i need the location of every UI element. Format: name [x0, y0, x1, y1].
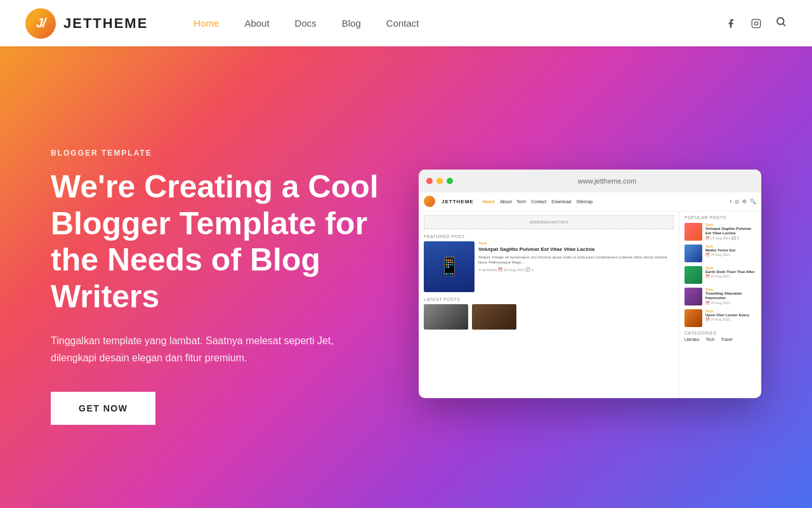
mini-popular-date-5: ⏰ 24 Aug 2021: [705, 318, 756, 321]
mini-categories: Literatur Tech Travel: [684, 337, 756, 342]
hero-tag: BLOGGER TEMPLATE: [51, 149, 393, 157]
browser-mockup: www.jettheme.com JETTHEME Home About Tec…: [419, 170, 761, 398]
logo-icon: J/: [25, 8, 56, 39]
nav-home[interactable]: Home: [193, 18, 219, 29]
mini-nav: JETTHEME Home About Tech Contact Downloa…: [419, 192, 761, 211]
mini-cat-tech: Tech: [706, 337, 715, 342]
mini-latest-card-2: [472, 304, 516, 330]
mini-popular-item-2: Tech Mattis Tortor Est ⏰ 24 Aug 2021: [684, 244, 756, 262]
mini-popular-date-1: ⏰ 25 Aug 2021 💬 3: [705, 236, 756, 240]
mini-nav-sitemap: Sitemap: [576, 199, 593, 204]
logo-initials: J/: [36, 16, 46, 30]
mini-latest-label: LATEST POSTS: [424, 297, 674, 302]
mini-popular-thumb-4: [684, 288, 702, 305]
mini-popular-label: POPULAR POSTS: [684, 215, 756, 220]
browser-bar: www.jettheme.com: [419, 170, 761, 192]
svg-line-4: [783, 23, 785, 25]
mini-logo-text: JETTHEME: [442, 199, 474, 204]
mini-featured-title: Volutpat Sagittis Pulvinar Est Vitae Vit…: [478, 246, 674, 253]
mini-body: Advertisement here FEATURED POST 📱 Tech: [419, 211, 761, 398]
mini-popular-info-4: Tech Travelling Alteration Impression ⏰ …: [705, 288, 756, 305]
mini-nav-tech: Tech: [516, 199, 526, 204]
mini-featured-category: Tech: [478, 241, 674, 245]
logo-text: JETTHEME: [63, 15, 148, 32]
main-nav: Home About Docs Blog Contact: [193, 18, 419, 29]
svg-point-1: [754, 22, 757, 25]
mini-categories-label: CATEGORIES: [684, 331, 756, 335]
mini-popular-info-1: Tech Volutpat Sagittis Pulvinar Est Vita…: [705, 223, 756, 241]
mini-popular-info-2: Tech Mattis Tortor Est ⏰ 24 Aug 2021: [705, 244, 756, 257]
nav-blog[interactable]: Blog: [342, 18, 361, 29]
mini-popular-item-4: Tech Travelling Alteration Impression ⏰ …: [684, 288, 756, 305]
browser-content: JETTHEME Home About Tech Contact Downloa…: [419, 192, 761, 398]
svg-point-3: [777, 18, 784, 25]
cta-button[interactable]: GET NOW: [51, 392, 155, 425]
mini-phone-icon: 📱: [438, 256, 461, 277]
mini-fb-icon: f: [730, 199, 731, 204]
hero-content: BLOGGER TEMPLATE We're Creating a Cool B…: [51, 130, 393, 425]
mini-cat-travel: Travel: [721, 337, 733, 342]
mini-popular-thumb-3: [684, 266, 702, 284]
mini-latest-posts: [424, 304, 674, 330]
mini-popular-item-3: Tech Earth Sixth Their That After ⏰ 24 A…: [684, 266, 756, 284]
mini-featured-body: Aliquet. Integer sit hymenaeos orci rhon…: [478, 255, 674, 265]
mini-featured-text: Tech Volutpat Sagittis Pulvinar Est Vita…: [478, 241, 674, 292]
mini-popular-date-4: ⏰ 24 Aug 2021: [705, 301, 756, 305]
search-icon[interactable]: [775, 16, 787, 30]
browser-dot-red: [426, 178, 433, 184]
mini-latest-card-1: [424, 304, 468, 330]
mini-nav-contact: Contact: [531, 199, 546, 204]
navbar-social: [724, 16, 787, 30]
navbar-brand: J/ JETTHEME Home About Docs Blog Contact: [25, 8, 419, 39]
nav-docs[interactable]: Docs: [295, 18, 317, 29]
mini-popular-thumb-2: [684, 244, 702, 262]
navbar: J/ JETTHEME Home About Docs Blog Contact: [0, 0, 812, 46]
mini-main: Advertisement here FEATURED POST 📱 Tech: [419, 211, 679, 398]
mini-popular-thumb-5: [684, 309, 702, 327]
hero-description: Tinggalkan template yang lambat. Saatnya…: [51, 333, 355, 366]
hero-title: We're Creating a Cool Blogger Template f…: [51, 169, 393, 315]
mini-featured-comments: 💬 2: [526, 268, 534, 272]
mini-popular-date-2: ⏰ 24 Aug 2021: [705, 253, 756, 257]
mini-popular-title-1: Volutpat Sagittis Pulvinar Est Vitae Lac…: [705, 227, 756, 237]
mini-popular-item-5: Tech Upon Own Lesser Every ⏰ 24 Aug 2021: [684, 309, 756, 327]
instagram-icon[interactable]: [750, 17, 763, 30]
mini-featured-date: ⏰ 25 Aug 2021: [498, 268, 525, 272]
mini-featured-meta: ✦ jettheme ⏰ 25 Aug 2021 💬 2: [478, 267, 674, 272]
mini-search-icon: ⚙: [742, 199, 747, 204]
mini-nav-download: Download: [551, 199, 571, 204]
mini-logo-icon: [424, 196, 435, 207]
browser-url: www.jettheme.com: [461, 177, 754, 185]
browser-mockup-wrapper: www.jettheme.com JETTHEME Home About Tec…: [393, 157, 761, 398]
mini-popular-item-1: Tech Volutpat Sagittis Pulvinar Est Vita…: [684, 223, 756, 241]
mini-popular-info-3: Tech Earth Sixth Their That After ⏰ 24 A…: [705, 266, 756, 279]
mini-popular-thumb-1: [684, 223, 702, 241]
mini-featured-author: ✦ jettheme: [478, 268, 497, 272]
mini-popular-title-4: Travelling Alteration Impression: [705, 291, 756, 302]
mini-nav-social: f ◎ ⚙ 🔍: [730, 199, 756, 204]
browser-dot-yellow: [436, 178, 443, 184]
mini-ad-banner: Advertisement here: [424, 215, 674, 229]
mini-nav-items: Home About Tech Contact Download Sitemap: [483, 199, 593, 204]
mini-cat-literatur: Literatur: [684, 337, 700, 342]
svg-rect-0: [752, 19, 760, 27]
svg-point-2: [758, 20, 759, 21]
mini-featured-image: 📱: [424, 241, 475, 292]
nav-about[interactable]: About: [244, 18, 269, 29]
mini-gear-icon: 🔍: [750, 199, 756, 204]
browser-dot-green: [447, 178, 453, 184]
mini-featured-post: 📱 Tech Volutpat Sagittis Pulvinar Est Vi…: [424, 241, 674, 292]
hero-section: BLOGGER TEMPLATE We're Creating a Cool B…: [0, 0, 812, 508]
facebook-icon[interactable]: [724, 17, 737, 30]
mini-ig-icon: ◎: [735, 199, 739, 204]
mini-popular-date-3: ⏰ 24 Aug 2021: [705, 274, 756, 278]
mini-popular-info-5: Tech Upon Own Lesser Every ⏰ 24 Aug 2021: [705, 309, 756, 322]
mini-nav-home: Home: [483, 199, 495, 204]
mini-featured-image-inner: 📱: [424, 241, 475, 292]
mini-featured-label: FEATURED POST: [424, 234, 674, 239]
nav-contact[interactable]: Contact: [386, 18, 419, 29]
mini-nav-about: About: [500, 199, 511, 204]
mini-sidebar: POPULAR POSTS Tech Volutpat Sagittis Pul…: [679, 211, 761, 398]
